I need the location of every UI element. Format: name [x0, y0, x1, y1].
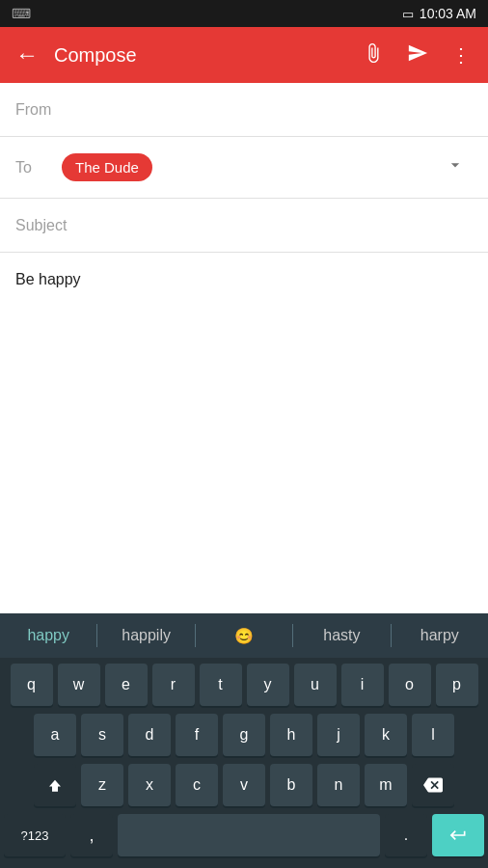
- key-row-3: z x c v b n m: [4, 764, 484, 806]
- subject-placeholder: Subject: [15, 217, 67, 234]
- suggestion-harpy[interactable]: harpy: [392, 627, 488, 644]
- app-bar-title: Compose: [54, 44, 353, 67]
- period-key[interactable]: .: [385, 814, 427, 856]
- key-j[interactable]: j: [317, 714, 360, 756]
- key-m[interactable]: m: [365, 764, 407, 806]
- suggestion-happily[interactable]: happily: [97, 627, 194, 644]
- suggestion-emoji[interactable]: 😊: [196, 627, 292, 645]
- status-time: 10:03 AM: [420, 6, 476, 21]
- back-button[interactable]: ←: [4, 34, 50, 76]
- key-b[interactable]: b: [270, 764, 312, 806]
- battery-icon: ▭: [402, 7, 414, 21]
- attach-button[interactable]: [353, 35, 393, 76]
- key-o[interactable]: o: [389, 664, 431, 706]
- send-button[interactable]: [397, 35, 438, 76]
- recipients-chips: The Dude: [62, 153, 438, 181]
- key-row-1: q w e r t y u i o p: [4, 664, 484, 706]
- key-z[interactable]: z: [81, 764, 123, 806]
- keyboard-area: happy happily 😊 hasty harpy q w e r t y …: [0, 613, 488, 868]
- key-p[interactable]: p: [436, 664, 478, 706]
- email-form: From To The Dude Subject Be happy: [0, 83, 488, 388]
- from-row: From: [0, 83, 488, 137]
- suggestion-hasty[interactable]: hasty: [293, 627, 390, 644]
- key-h[interactable]: h: [270, 714, 312, 756]
- key-t[interactable]: t: [200, 664, 242, 706]
- suggestions-bar: happy happily 😊 hasty harpy: [0, 613, 488, 658]
- subject-row[interactable]: Subject: [0, 199, 488, 253]
- key-c[interactable]: c: [176, 764, 218, 806]
- key-i[interactable]: i: [341, 664, 384, 706]
- key-k[interactable]: k: [365, 714, 407, 756]
- key-l[interactable]: l: [412, 714, 454, 756]
- backspace-key[interactable]: [412, 764, 454, 806]
- key-x[interactable]: x: [128, 764, 171, 806]
- space-key[interactable]: [118, 814, 380, 856]
- keyboard-rows: q w e r t y u i o p a s d f g h j k l: [0, 658, 488, 868]
- key-v[interactable]: v: [223, 764, 265, 806]
- key-d[interactable]: d: [128, 714, 171, 756]
- keyboard-status-icon: ⌨: [12, 6, 31, 21]
- app-bar-actions: ⋮: [353, 35, 480, 76]
- recipient-chip[interactable]: The Dude: [62, 153, 152, 181]
- key-s[interactable]: s: [81, 714, 123, 756]
- from-label: From: [15, 101, 62, 119]
- expand-recipients-button[interactable]: [438, 148, 473, 187]
- enter-key[interactable]: [432, 814, 484, 856]
- key-y[interactable]: y: [247, 664, 289, 706]
- app-bar: ← Compose ⋮: [0, 27, 488, 83]
- key-q[interactable]: q: [11, 664, 53, 706]
- comma-key[interactable]: ,: [70, 814, 113, 856]
- suggestion-happy[interactable]: happy: [0, 627, 96, 644]
- shift-key[interactable]: [34, 764, 76, 806]
- to-label: To: [15, 159, 62, 176]
- key-row-4: ?123 , .: [4, 814, 484, 856]
- key-a[interactable]: a: [34, 714, 76, 756]
- key-e[interactable]: e: [105, 664, 148, 706]
- key-n[interactable]: n: [317, 764, 360, 806]
- key-g[interactable]: g: [223, 714, 265, 756]
- key-u[interactable]: u: [294, 664, 337, 706]
- key-row-2: a s d f g h j k l: [4, 714, 484, 756]
- key-w[interactable]: w: [58, 664, 100, 706]
- status-bar: ⌨ ▭ 10:03 AM: [0, 0, 488, 27]
- key-f[interactable]: f: [176, 714, 218, 756]
- body-text: Be happy: [15, 271, 81, 287]
- email-body[interactable]: Be happy: [0, 253, 488, 388]
- more-options-button[interactable]: ⋮: [442, 36, 480, 74]
- key-r[interactable]: r: [152, 664, 195, 706]
- to-row[interactable]: To The Dude: [0, 137, 488, 199]
- num-key[interactable]: ?123: [4, 814, 66, 856]
